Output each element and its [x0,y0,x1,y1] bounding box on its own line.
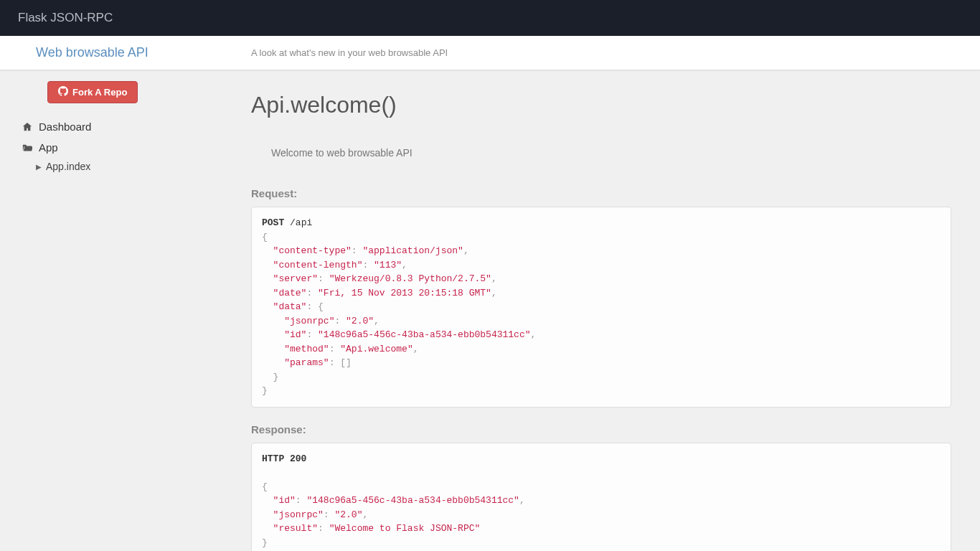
sidebar-item-dashboard[interactable]: Dashboard [22,116,201,137]
request-label: Request: [251,187,951,199]
response-label: Response: [251,423,951,435]
sidebar-item-label: App [39,141,58,154]
folder-open-icon [22,143,33,153]
topbar: Flask JSON-RPC [0,0,980,36]
sidebar: Fork A Repo Dashboard App ▶ App.index [0,70,222,551]
github-icon [58,86,68,98]
sidebar-subitem-app-index[interactable]: ▶ App.index [22,158,201,175]
page-title: Api.welcome() [251,92,951,118]
subheader-title[interactable]: Web browsable API [36,45,251,60]
subheader-desc: A look at what's new in your web browsab… [251,47,448,58]
sidebar-item-label: Dashboard [39,121,91,133]
request-code-block: POST /api { "content-type": "application… [251,207,951,408]
fork-repo-button[interactable]: Fork A Repo [47,81,138,103]
subheader: Web browsable API A look at what's new i… [0,36,980,70]
main-content[interactable]: Api.welcome() Welcome to web browsable A… [222,70,980,551]
response-code-block: HTTP 200 { "id": "148c96a5-456c-43ba-a53… [251,443,951,552]
fork-repo-label: Fork A Repo [72,87,127,98]
sidebar-item-app[interactable]: App [22,137,201,158]
topbar-title: Flask JSON-RPC [18,11,113,25]
home-icon [22,122,33,132]
welcome-message: Welcome to web browsable API [271,147,951,159]
caret-right-icon: ▶ [36,163,42,171]
sidebar-subitem-label: App.index [46,161,90,172]
